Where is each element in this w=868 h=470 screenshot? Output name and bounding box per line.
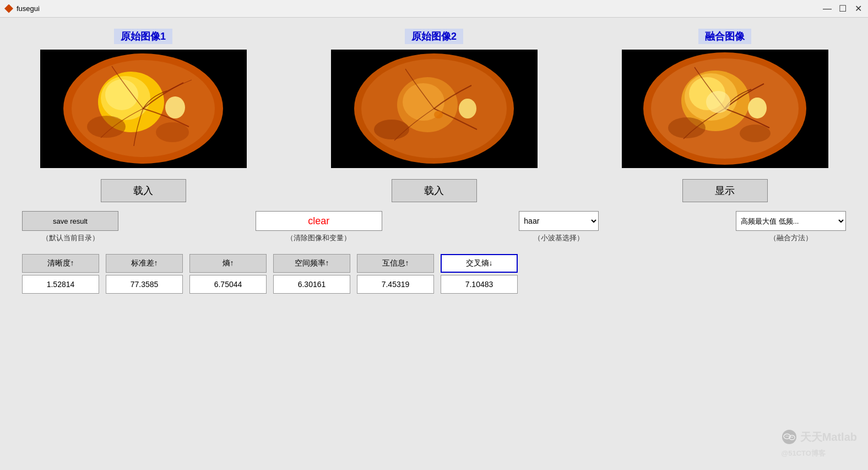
clarity-label: 清晰度↑ xyxy=(22,254,99,273)
watermark-text: 天天Matlab xyxy=(800,431,857,443)
method-hint: （融合方法） xyxy=(769,233,812,243)
control-group-method: 高频最大值 低频... 高频最大值 低频平均 高频加权 低频平均 （融合方法） xyxy=(736,211,846,243)
entropy-value: 6.75044 xyxy=(189,275,267,294)
image-panel-3: 融合图像 xyxy=(604,29,846,168)
image-label-1: 原始图像1 xyxy=(114,29,172,44)
svg-point-25 xyxy=(668,117,706,138)
btn-panel-3: 显示 xyxy=(604,179,846,202)
eye-image-1 xyxy=(40,50,247,168)
spatial-label: 空间频率↑ xyxy=(273,254,350,273)
btn-panel-2: 载入 xyxy=(313,179,555,202)
metric-group-clarity: 清晰度↑ 1.52814 xyxy=(22,254,99,294)
clarity-value: 1.52814 xyxy=(22,275,99,294)
image-box-2 xyxy=(331,50,538,168)
save-result-button[interactable]: save result xyxy=(22,211,118,231)
svg-point-16 xyxy=(374,120,409,139)
svg-point-5 xyxy=(105,79,138,110)
svg-point-30 xyxy=(785,436,786,437)
images-row: 原始图像1 xyxy=(22,29,846,168)
controls-row: save result （默认当前目录） clear （清除图像和变量） haa… xyxy=(22,211,846,243)
clear-hint: （清除图像和变量） xyxy=(286,233,351,243)
image-label-3: 融合图像 xyxy=(698,29,751,44)
cross-value: 7.10483 xyxy=(441,275,518,294)
maximize-button[interactable]: ☐ xyxy=(837,3,848,14)
svg-point-15 xyxy=(434,111,443,118)
wavelet-select[interactable]: haar db2 db4 sym4 coif1 xyxy=(519,211,599,231)
svg-point-8 xyxy=(156,122,189,142)
stddev-value: 77.3585 xyxy=(106,275,183,294)
svg-point-23 xyxy=(748,98,767,118)
watermark-sub: @51CTO博客 xyxy=(782,449,826,457)
method-select[interactable]: 高频最大值 低频... 高频最大值 低频平均 高频加权 低频平均 xyxy=(736,211,846,231)
image-label-2: 原始图像2 xyxy=(405,29,463,44)
title-bar-controls: — ☐ ✕ xyxy=(822,3,864,14)
svg-point-32 xyxy=(790,437,791,438)
stddev-label: 标准差↑ xyxy=(106,254,183,273)
close-button[interactable]: ✕ xyxy=(853,3,864,14)
main-content: 原始图像1 xyxy=(0,18,868,305)
mutual-label: 互信息↑ xyxy=(357,254,434,273)
load-button-1[interactable]: 载入 xyxy=(101,179,186,202)
metric-group-spatial: 空间频率↑ 6.30161 xyxy=(273,254,350,294)
spatial-value: 6.30161 xyxy=(273,275,350,294)
svg-point-33 xyxy=(792,437,793,438)
metrics-row: 清晰度↑ 1.52814 标准差↑ 77.3585 熵↑ 6.75044 空间频… xyxy=(22,254,846,294)
entropy-label: 熵↑ xyxy=(189,254,267,273)
metric-group-mutual: 互信息↑ 7.45319 xyxy=(357,254,434,294)
svg-point-6 xyxy=(165,96,185,118)
app-title: fusegui xyxy=(17,4,40,13)
wechat-icon xyxy=(782,429,797,445)
buttons-row: 载入 载入 显示 xyxy=(22,179,846,202)
watermark: 天天Matlab @51CTO博客 xyxy=(782,429,857,459)
title-bar: fusegui — ☐ ✕ xyxy=(0,0,868,18)
control-group-save: save result （默认当前目录） xyxy=(22,211,118,243)
matlab-icon xyxy=(4,4,13,13)
metric-group-entropy: 熵↑ 6.75044 xyxy=(189,254,267,294)
clear-button[interactable]: clear xyxy=(256,211,382,231)
mutual-value: 7.45319 xyxy=(357,275,434,294)
minimize-button[interactable]: — xyxy=(822,3,833,14)
svg-point-24 xyxy=(706,91,730,113)
svg-point-14 xyxy=(459,99,476,118)
image-panel-2: 原始图像2 xyxy=(313,29,555,168)
image-box-1 xyxy=(40,50,247,168)
svg-point-31 xyxy=(787,436,788,437)
image-panel-1: 原始图像1 xyxy=(22,29,264,168)
display-button[interactable]: 显示 xyxy=(682,179,768,202)
control-group-wavelet: haar db2 db4 sym4 coif1 （小波基选择） xyxy=(519,211,599,243)
eye-image-3 xyxy=(622,50,828,168)
svg-point-26 xyxy=(740,125,771,142)
eye-image-2 xyxy=(331,50,538,168)
title-bar-left: fusegui xyxy=(4,4,40,13)
btn-panel-1: 载入 xyxy=(22,179,264,202)
load-button-2[interactable]: 载入 xyxy=(392,179,477,202)
control-group-clear: clear （清除图像和变量） xyxy=(256,211,382,243)
cross-label: 交叉熵↓ xyxy=(441,254,518,273)
image-box-3 xyxy=(622,50,828,168)
save-hint: （默认当前目录） xyxy=(42,233,99,243)
metric-group-stddev: 标准差↑ 77.3585 xyxy=(106,254,183,294)
wavelet-hint: （小波基选择） xyxy=(534,233,584,243)
svg-point-7 xyxy=(87,116,126,138)
metric-group-cross: 交叉熵↓ 7.10483 xyxy=(441,254,518,294)
